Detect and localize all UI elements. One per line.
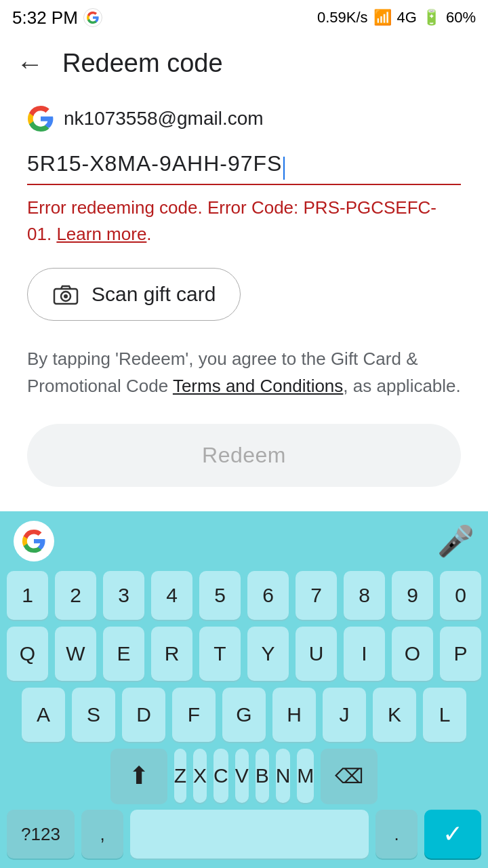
scan-gift-card-button[interactable]: Scan gift card: [27, 268, 241, 321]
back-button[interactable]: ←: [16, 50, 43, 77]
keyboard-row-1: Q W E R T Y U I O P: [7, 627, 481, 681]
learn-more-link[interactable]: Learn more: [56, 224, 146, 244]
key-1[interactable]: 1: [7, 571, 48, 620]
backspace-key[interactable]: ⌫: [321, 749, 378, 803]
key-5[interactable]: 5: [199, 571, 241, 620]
signal-icon: 📶: [373, 9, 392, 26]
keyboard-number-row: 1 2 3 4 5 6 7 8 9 0: [7, 571, 481, 620]
text-cursor: [283, 157, 285, 180]
key-t[interactable]: T: [199, 627, 241, 681]
key-k[interactable]: K: [373, 688, 416, 742]
key-w[interactable]: W: [55, 627, 96, 681]
scan-label: Scan gift card: [92, 283, 216, 306]
period-key[interactable]: .: [375, 810, 418, 859]
key-p[interactable]: P: [440, 627, 481, 681]
key-h[interactable]: H: [272, 688, 316, 742]
key-y[interactable]: Y: [247, 627, 289, 681]
content-area: nk1073558@gmail.com 5R15-X8MA-9AHH-97FS …: [0, 92, 488, 507]
keyboard-top-row: 🎤: [7, 521, 481, 571]
key-q[interactable]: Q: [7, 627, 48, 681]
key-e[interactable]: E: [103, 627, 144, 681]
redeem-button[interactable]: Redeem: [27, 424, 461, 487]
key-2[interactable]: 2: [55, 571, 96, 620]
keyboard-bottom-row: ?123 , . ✓: [7, 810, 481, 859]
key-6[interactable]: 6: [247, 571, 289, 620]
header: ← Redeem code: [0, 35, 488, 92]
key-u[interactable]: U: [296, 627, 337, 681]
key-0[interactable]: 0: [440, 571, 481, 620]
account-row: nk1073558@gmail.com: [27, 105, 461, 132]
symbol-key[interactable]: ?123: [7, 810, 75, 859]
key-7[interactable]: 7: [296, 571, 337, 620]
key-f[interactable]: F: [172, 688, 216, 742]
error-block: Error redeeming code. Error Code: PRS-PG…: [27, 195, 461, 248]
key-x[interactable]: X: [193, 749, 207, 803]
key-z[interactable]: Z: [174, 749, 186, 803]
key-g[interactable]: G: [222, 688, 266, 742]
keyboard-row-3: ⬆ Z X C V B N M ⌫: [7, 749, 481, 803]
key-d[interactable]: D: [122, 688, 165, 742]
space-key[interactable]: [130, 810, 369, 859]
comma-key[interactable]: ,: [81, 810, 123, 859]
battery-icon: 🔋: [422, 9, 441, 26]
microphone-icon[interactable]: 🎤: [437, 524, 474, 559]
error-message: Error redeeming code. Error Code: PRS-PG…: [27, 197, 436, 244]
keyboard: 🎤 1 2 3 4 5 6 7 8 9 0 Q W E R T Y U I O …: [0, 511, 488, 868]
key-9[interactable]: 9: [392, 571, 433, 620]
key-i[interactable]: I: [344, 627, 385, 681]
key-4[interactable]: 4: [151, 571, 192, 620]
page-title: Redeem code: [62, 49, 223, 78]
key-l[interactable]: L: [423, 688, 466, 742]
network-type: 4G: [397, 9, 417, 26]
google-icon: [27, 105, 54, 132]
network-speed: 0.59K/s: [317, 9, 368, 26]
status-bar: 5:32 PM 0.59K/s 📶 4G 🔋 60%: [0, 0, 488, 35]
key-b[interactable]: B: [256, 749, 269, 803]
key-o[interactable]: O: [392, 627, 433, 681]
key-8[interactable]: 8: [344, 571, 385, 620]
key-n[interactable]: N: [276, 749, 291, 803]
gboard-logo: [14, 521, 54, 561]
key-a[interactable]: A: [22, 688, 65, 742]
key-v[interactable]: V: [235, 749, 249, 803]
keyboard-row-2: A S D F G H J K L: [7, 688, 481, 742]
camera-icon: [52, 281, 79, 308]
terms-link[interactable]: Terms and Conditions: [173, 376, 343, 396]
key-m[interactable]: M: [297, 749, 314, 803]
key-c[interactable]: C: [214, 749, 228, 803]
terms-text: By tapping 'Redeem', you agree to the Gi…: [27, 345, 461, 400]
code-input-wrapper[interactable]: 5R15-X8MA-9AHH-97FS: [27, 151, 461, 185]
status-right: 0.59K/s 📶 4G 🔋 60%: [317, 9, 476, 26]
battery-level: 60%: [446, 9, 476, 26]
svg-point-3: [64, 294, 68, 298]
key-3[interactable]: 3: [103, 571, 144, 620]
status-time: 5:32 PM: [12, 7, 78, 28]
google-logo-status: [83, 8, 102, 27]
shift-key[interactable]: ⬆: [110, 749, 167, 803]
status-left: 5:32 PM: [12, 7, 102, 28]
enter-key[interactable]: ✓: [424, 810, 481, 859]
code-value[interactable]: 5R15-X8MA-9AHH-97FS: [27, 151, 282, 176]
key-s[interactable]: S: [72, 688, 115, 742]
key-r[interactable]: R: [151, 627, 192, 681]
account-email: nk1073558@gmail.com: [64, 108, 264, 130]
key-j[interactable]: J: [323, 688, 366, 742]
